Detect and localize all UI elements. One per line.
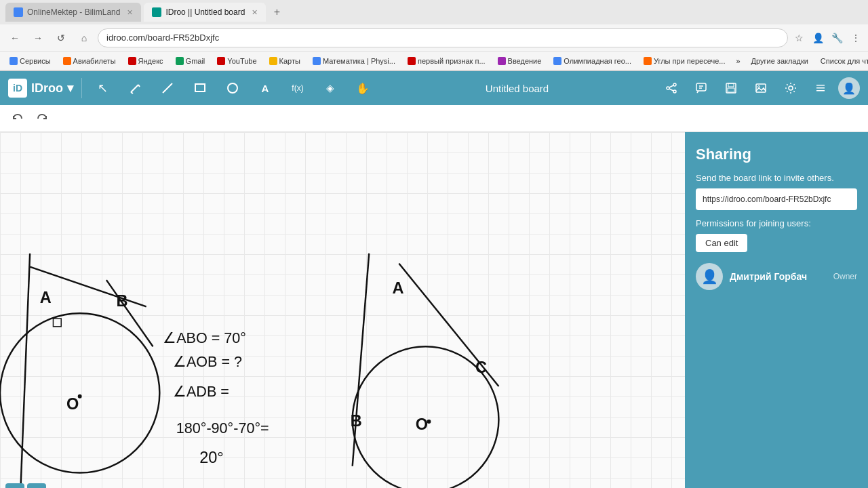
svg-line-3: [163, 83, 172, 93]
canvas-area[interactable]: A B O ∠ABO = 70° ∠AOB = ? ∠ADB = 180°-90…: [0, 132, 685, 488]
svg-text:O: O: [66, 395, 79, 413]
back-button[interactable]: ←: [5, 28, 24, 47]
save-button[interactable]: [719, 76, 743, 100]
logo-dropdown-icon[interactable]: ▾: [67, 81, 73, 96]
comment-button[interactable]: [689, 76, 713, 100]
bookmark-favicon-youtube: [217, 57, 225, 65]
user-avatar-panel: 👤: [696, 263, 723, 290]
bookmark-olimp[interactable]: Олимпиадная гео...: [549, 56, 635, 66]
bookmark-ugly[interactable]: Углы при пересече...: [639, 56, 730, 66]
svg-point-45: [427, 420, 431, 424]
tab-bilimland[interactable]: OnlineMektep - BilimLand ✕: [5, 3, 141, 22]
comment-icon: [695, 82, 707, 94]
tool-circle[interactable]: [220, 76, 245, 100]
forward-button[interactable]: →: [28, 28, 47, 47]
profile-icon[interactable]: 👤: [811, 31, 825, 45]
new-tab-button[interactable]: +: [269, 4, 285, 20]
svg-line-1: [138, 85, 140, 87]
bookmark-aviabilety[interactable]: Авиабилеты: [59, 56, 120, 66]
zoom-out-button[interactable]: -: [5, 483, 24, 488]
extension-icon[interactable]: 🔧: [830, 31, 844, 45]
menu-icon[interactable]: ⋮: [849, 31, 863, 45]
svg-line-27: [106, 280, 153, 346]
line-icon: [161, 82, 174, 94]
bookmark-other[interactable]: Другие закладки: [747, 56, 812, 66]
bookmark-favicon-perviy: [408, 57, 416, 65]
svg-text:B: B: [117, 292, 128, 310]
board-title[interactable]: Untitled board: [383, 83, 651, 94]
bookmark-label-yandex: Яндекс: [138, 57, 163, 65]
svg-text:180°-90°-70°=: 180°-90°-70°=: [176, 420, 269, 436]
pencil-icon: [129, 82, 141, 94]
svg-line-10: [669, 89, 673, 91]
tool-line[interactable]: [155, 76, 180, 100]
bookmark-favicon-math: [313, 57, 321, 65]
tool-rect[interactable]: [188, 76, 212, 100]
svg-text:∠ABO = 70°: ∠ABO = 70°: [163, 329, 246, 346]
tab-bar: OnlineMektep - BilimLand ✕ IDroo || Unti…: [0, 0, 868, 24]
tool-hand[interactable]: ✋: [351, 76, 375, 100]
svg-line-2: [131, 92, 133, 94]
svg-text:C: C: [475, 359, 487, 376]
bookmarks-bar: Сервисы Авиабилеты Яндекс Gmail YouTube …: [0, 52, 868, 70]
redo-button[interactable]: [33, 109, 52, 128]
tool-eraser[interactable]: ◈: [318, 76, 342, 100]
circle-icon: [226, 82, 239, 94]
bookmark-gmail[interactable]: Gmail: [172, 56, 210, 66]
svg-text:A: A: [40, 289, 52, 306]
tab-close-bilimland[interactable]: ✕: [127, 8, 133, 17]
tool-draw[interactable]: [123, 76, 147, 100]
user-avatar-toolbar[interactable]: 👤: [838, 77, 860, 99]
svg-rect-21: [816, 85, 825, 86]
svg-rect-23: [816, 90, 825, 92]
save-icon: [725, 82, 737, 94]
app-logo[interactable]: iD IDroo ▾: [8, 79, 73, 98]
svg-point-19: [758, 86, 760, 88]
undo-button[interactable]: [8, 109, 27, 128]
bookmark-icon[interactable]: ☆: [792, 31, 806, 45]
bookmark-label-other: Другие закладки: [751, 57, 808, 65]
bookmark-perviy[interactable]: первый признак п...: [403, 56, 490, 66]
bookmark-maps[interactable]: Карты: [265, 56, 304, 66]
address-bar[interactable]: idroo.com/board-FR52bDxjfc: [98, 28, 788, 47]
bookmark-label-youtube: YouTube: [227, 57, 256, 65]
svg-text:B: B: [351, 412, 362, 430]
bookmark-favicon-olimp: [553, 57, 561, 65]
bookmark-reading-list[interactable]: Список для чтения: [816, 56, 868, 66]
rect-icon: [194, 82, 206, 94]
bookmark-vvedenie[interactable]: Введение: [494, 56, 546, 66]
drawing-svg: A B O ∠ABO = 70° ∠AOB = ? ∠ADB = 180°-90…: [0, 132, 685, 488]
more-bookmarks-button[interactable]: »: [733, 56, 743, 66]
sharing-link-input[interactable]: [696, 188, 857, 210]
svg-line-26: [20, 253, 30, 488]
share-button[interactable]: [659, 76, 684, 100]
tool-select[interactable]: ↖: [90, 76, 115, 100]
bookmark-favicon-ugly: [644, 57, 652, 65]
app-logo-icon: iD: [8, 79, 27, 98]
more-button[interactable]: [808, 76, 833, 100]
bookmark-math[interactable]: Математика | Physi...: [309, 56, 399, 66]
bookmark-services[interactable]: Сервисы: [5, 56, 55, 66]
refresh-button[interactable]: ↺: [52, 28, 71, 47]
tab-close-idroo[interactable]: ✕: [252, 8, 258, 17]
image-button[interactable]: [749, 76, 773, 100]
bookmark-favicon-yandex: [128, 57, 136, 65]
bookmark-youtube[interactable]: YouTube: [213, 56, 260, 66]
undo-icon: [12, 113, 24, 125]
settings-button[interactable]: [778, 76, 803, 100]
browser-controls: ← → ↺ ⌂ idroo.com/board-FR52bDxjfc ☆ 👤 🔧…: [0, 24, 868, 52]
can-edit-button[interactable]: Can edit: [696, 234, 747, 252]
image-icon: [755, 82, 767, 94]
more-icon: [814, 82, 827, 94]
svg-rect-4: [195, 84, 205, 92]
bookmark-favicon-gmail: [176, 57, 184, 65]
tool-text[interactable]: A: [253, 76, 277, 100]
tab-idroo[interactable]: IDroo || Untitled board ✕: [144, 3, 266, 22]
home-button[interactable]: ⌂: [75, 28, 94, 47]
bookmark-yandex[interactable]: Яндекс: [124, 56, 167, 66]
zoom-in-button[interactable]: +: [27, 483, 46, 488]
svg-point-6: [673, 83, 676, 86]
tool-formula[interactable]: f(x): [285, 76, 310, 100]
bookmark-label-ugly: Углы при пересече...: [654, 57, 726, 65]
bookmark-favicon-aviabilety: [63, 57, 71, 65]
